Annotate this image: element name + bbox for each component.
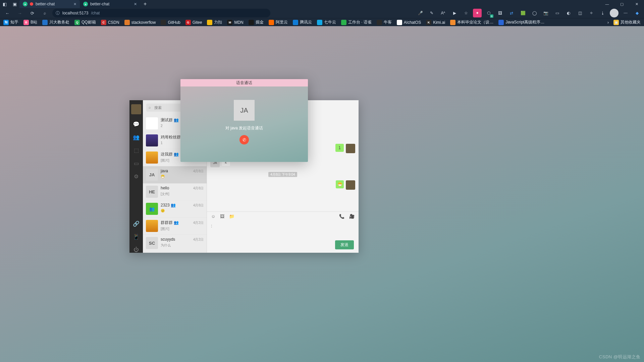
chat-date: 4月8日: [193, 203, 204, 208]
extension-icon[interactable]: ✦: [473, 9, 482, 17]
bookmark-item[interactable]: 阿里云: [269, 19, 288, 25]
chevron-right-icon[interactable]: ›: [607, 20, 609, 25]
bookmark-item[interactable]: QQQ邮箱: [74, 19, 96, 25]
bookmark-icon: [124, 20, 130, 25]
send-button[interactable]: 发送: [335, 240, 354, 249]
bookmark-item[interactable]: BB站: [23, 19, 37, 25]
close-button[interactable]: ✕: [629, 0, 644, 8]
toolbar-right: 🎤 ✎ Aᴬ ▶ ☆ ✦ ⬡ 🖼 ⇄ 🟩 ◯ 📷 ▭ ◐ ◫ ✧ ⭳ ⋯ ◆: [416, 9, 641, 17]
chat-item[interactable]: SC scuyyds4月2日 为什么: [143, 235, 207, 252]
sidebar-toggle-icon[interactable]: ◧: [0, 0, 9, 9]
tabs-icon[interactable]: ▣: [10, 0, 19, 9]
chat-name: hello: [161, 186, 169, 190]
call-status: 对 java 发起语音通话: [225, 125, 263, 131]
search-icon[interactable]: ⌕: [40, 8, 49, 18]
refresh-button[interactable]: ⟳: [28, 8, 37, 18]
refresh2-icon[interactable]: ◐: [564, 9, 573, 17]
bookmark-item[interactable]: 七牛云: [317, 19, 336, 25]
image-icon[interactable]: 🖼: [496, 9, 504, 17]
bookmark-item[interactable]: MMDN: [227, 20, 243, 25]
bookmark-icon: [293, 20, 298, 25]
download-icon[interactable]: ⭳: [598, 9, 607, 17]
chat-avatar: 👥: [146, 203, 158, 215]
close-icon[interactable]: ✕: [73, 2, 76, 6]
bookmark-item[interactable]: GGitee: [185, 20, 202, 25]
link-icon[interactable]: 🔗: [133, 221, 140, 227]
bookmark-icon: [317, 20, 322, 25]
phone-icon[interactable]: 📱: [133, 234, 140, 240]
bookmark-item[interactable]: 知知乎: [3, 19, 18, 25]
profile-avatar[interactable]: [610, 9, 619, 17]
box-icon[interactable]: ⬚: [134, 147, 139, 154]
image-icon[interactable]: 🖼: [220, 214, 224, 219]
minimize-button[interactable]: —: [600, 0, 614, 8]
folder-icon[interactable]: 📁: [229, 214, 234, 219]
bookmark-label: 川大教务处: [49, 19, 69, 25]
camera-icon[interactable]: 📷: [541, 9, 550, 17]
bubble: 1: [335, 144, 344, 152]
chat-preview: 🙂: [161, 209, 204, 213]
gear-icon[interactable]: ⚙: [134, 173, 139, 180]
tab-active[interactable]: ● better-chat ✕: [19, 0, 80, 8]
bookmark-item[interactable]: KKimi.ai: [426, 20, 445, 25]
bookmark-item[interactable]: 本科毕业论文（设…: [450, 19, 493, 25]
split-icon[interactable]: ◫: [576, 9, 584, 17]
emoji-icon[interactable]: ☺: [211, 214, 215, 219]
bookmark-item[interactable]: GitHub: [161, 20, 180, 25]
new-tab-button[interactable]: +: [140, 1, 150, 7]
bookmark-item[interactable]: 力扣: [207, 19, 222, 25]
power-icon[interactable]: ⏻: [133, 247, 139, 253]
chat-item[interactable]: 群群群 👥4月2日 [图片]: [143, 218, 207, 235]
my-avatar[interactable]: [131, 104, 141, 114]
edit-icon[interactable]: ✎: [427, 9, 436, 17]
display-icon[interactable]: ▭: [134, 160, 139, 167]
color-icon[interactable]: 🟩: [519, 9, 527, 17]
chat-input[interactable]: : 发送: [207, 221, 359, 253]
bookmark-item[interactable]: stackoverflow: [124, 20, 156, 25]
bookmark-item[interactable]: 川大教务处: [42, 19, 69, 25]
close-icon[interactable]: ✕: [134, 2, 137, 6]
bookmark-item[interactable]: 牛客: [377, 19, 392, 25]
hangup-button[interactable]: ✆: [239, 135, 249, 144]
site-info-icon[interactable]: ⓘ: [56, 10, 60, 16]
title-bar: ◧ ▣ ● better-chat ✕ ● better-chat ✕ + — …: [0, 0, 644, 8]
menu-icon[interactable]: ⋯: [621, 9, 630, 17]
bookmark-label: 力扣: [214, 19, 222, 25]
chat-date: 4月2日: [193, 237, 204, 242]
bookmark-item[interactable]: 工作台 · 语雀: [341, 19, 372, 25]
favorite-icon[interactable]: ☆: [462, 9, 470, 17]
chat-sidebar: 💬 👥 ⬚ ▭ ⚙ 🔗 📱 ⏻: [129, 100, 143, 253]
text-size-icon[interactable]: Aᴬ: [439, 9, 447, 17]
sync-icon[interactable]: ⇄: [507, 9, 516, 17]
note-icon[interactable]: ▭: [553, 9, 561, 17]
copilot-icon[interactable]: ◆: [633, 9, 641, 17]
chrome-icon[interactable]: ◯: [530, 9, 539, 17]
bookmark-item[interactable]: 腾讯云: [293, 19, 312, 25]
chat-avatar: [146, 134, 158, 146]
address-bar[interactable]: ⓘ localhost:5173/chat: [52, 9, 270, 17]
bookmark-item[interactable]: AIchatOS: [397, 20, 421, 25]
back-button[interactable]: ←: [3, 8, 12, 18]
phone-icon[interactable]: 📞: [339, 214, 344, 219]
collections-icon[interactable]: ✧: [587, 9, 596, 17]
mic-icon[interactable]: 🎤: [416, 9, 425, 17]
chat-item[interactable]: JA java4月8日 😷: [143, 166, 207, 183]
favicon: ●: [83, 2, 88, 6]
chat-icon[interactable]: 💬: [133, 121, 140, 127]
chat-avatar: HE: [146, 186, 158, 198]
bookmark-icon: K: [426, 20, 431, 25]
video-icon[interactable]: ▶: [450, 9, 459, 17]
tab-inactive[interactable]: ● better-chat ✕: [80, 0, 140, 8]
bookmark-item[interactable]: CCSDN: [101, 20, 119, 25]
video-icon[interactable]: 🎥: [349, 214, 355, 219]
chat-item[interactable]: HE hello4月8日 [文件]: [143, 183, 207, 200]
bookmark-icon: [249, 20, 254, 25]
other-bookmarks[interactable]: ▣其他收藏夹: [613, 19, 641, 25]
extension-badge-icon[interactable]: ⬡: [484, 9, 493, 17]
bookmark-item[interactable]: JavaScript高级程序…: [498, 19, 544, 25]
chat-item[interactable]: 👥 2323 👥4月8日 🙂: [143, 200, 207, 218]
contacts-icon[interactable]: 👥: [133, 134, 140, 140]
bookmark-item[interactable]: 掘金: [249, 19, 264, 25]
maximize-button[interactable]: ▢: [614, 0, 629, 8]
forward-button[interactable]: →: [15, 8, 24, 18]
